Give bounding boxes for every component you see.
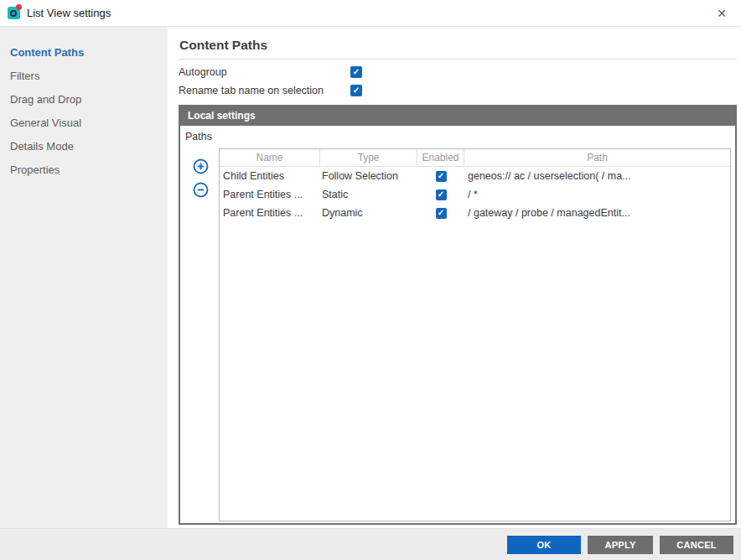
paths-table-header: Name Type Enabled Path — [220, 149, 730, 167]
geneos-app-icon — [8, 7, 20, 19]
autogroup-label: Autogroup — [179, 66, 350, 78]
paths-label: Paths — [183, 128, 733, 148]
row-enabled-checkbox[interactable] — [436, 171, 447, 182]
cell-type: Static — [320, 189, 417, 200]
rename-tab-label: Rename tab name on selection — [179, 85, 350, 96]
plus-icon — [193, 158, 209, 174]
cell-path: / * — [464, 189, 730, 200]
remove-path-button[interactable] — [193, 182, 209, 198]
sidebar-item-content-paths[interactable]: Content Paths — [0, 41, 168, 65]
row-enabled-checkbox[interactable] — [436, 208, 447, 219]
local-settings-header: Local settings — [180, 106, 735, 126]
cell-path: geneos:// ac / userselection( / ma... — [464, 170, 730, 182]
sidebar-item-properties[interactable]: Properties — [0, 158, 168, 182]
column-header-path[interactable]: Path — [464, 149, 730, 167]
cell-name: Parent Entities ... — [220, 207, 320, 219]
list-view-settings-dialog: List View settings ✕ Content Paths Filte… — [0, 0, 741, 560]
rename-tab-checkbox[interactable] — [350, 85, 362, 96]
table-empty-area — [220, 222, 730, 521]
minus-icon — [193, 182, 209, 198]
table-row[interactable]: Child Entities Follow Selection geneos:/… — [220, 167, 730, 185]
close-icon[interactable]: ✕ — [702, 0, 741, 27]
paths-table: Name Type Enabled Path Child Entities Fo… — [219, 148, 731, 521]
paths-table-toolbar — [183, 148, 219, 521]
column-header-name[interactable]: Name — [220, 149, 320, 167]
sidebar-item-general-visual[interactable]: General Visual — [0, 111, 168, 135]
window-title: List View settings — [27, 7, 111, 19]
content-paths-panel: Content Paths Autogroup Rename tab name … — [168, 27, 741, 528]
notification-dot-icon — [16, 4, 22, 10]
sidebar-item-details-mode[interactable]: Details Mode — [0, 135, 168, 158]
lens-icon — [10, 10, 17, 17]
sidebar-item-filters[interactable]: Filters — [0, 65, 168, 88]
ok-button[interactable]: OK — [507, 536, 581, 554]
cell-path: / gateway / probe / managedEntit... — [464, 207, 730, 219]
local-settings-group: Local settings Paths — [179, 105, 737, 525]
cancel-button[interactable]: CANCEL — [660, 536, 733, 554]
page-title: Content Paths — [179, 27, 737, 60]
column-header-type[interactable]: Type — [320, 149, 417, 167]
cell-type: Dynamic — [320, 207, 417, 219]
cell-name: Parent Entities ... — [220, 189, 320, 200]
sidebar-item-drag-and-drop[interactable]: Drag and Drop — [0, 88, 168, 111]
cell-name: Child Entities — [220, 170, 320, 182]
autogroup-checkbox[interactable] — [350, 66, 362, 78]
dialog-footer: OK APPLY CANCEL — [0, 528, 741, 560]
table-row[interactable]: Parent Entities ... Static / * — [220, 185, 730, 204]
autogroup-option-row: Autogroup — [179, 66, 737, 78]
cell-enabled — [417, 171, 464, 182]
title-bar: List View settings ✕ — [0, 0, 741, 27]
settings-nav-sidebar: Content Paths Filters Drag and Drop Gene… — [0, 27, 168, 528]
column-header-enabled[interactable]: Enabled — [417, 149, 464, 167]
add-path-button[interactable] — [193, 158, 209, 174]
apply-button[interactable]: APPLY — [588, 536, 653, 554]
local-settings-body: Paths — [180, 126, 735, 523]
table-row[interactable]: Parent Entities ... Dynamic / gateway / … — [220, 204, 730, 222]
cell-type: Follow Selection — [320, 170, 417, 182]
row-enabled-checkbox[interactable] — [436, 189, 447, 200]
rename-tab-option-row: Rename tab name on selection — [179, 85, 737, 96]
cell-enabled — [417, 208, 464, 219]
cell-enabled — [417, 189, 464, 200]
paths-table-area: Name Type Enabled Path Child Entities Fo… — [183, 148, 733, 521]
